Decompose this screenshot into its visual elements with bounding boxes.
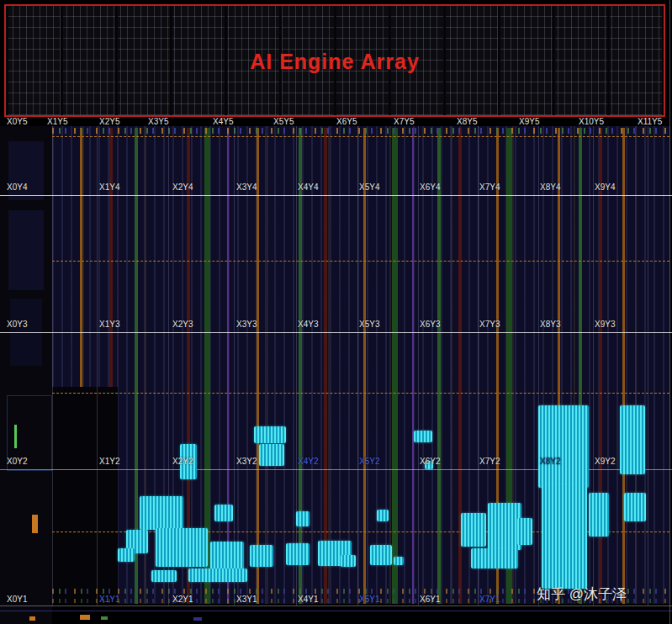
region-label-x2y5: X2Y5 — [99, 117, 119, 126]
region-label-x10y5: X10Y5 — [579, 117, 604, 126]
region-label-x1y5: X1Y5 — [47, 117, 67, 126]
region-label-x7y3: X7Y3 — [479, 320, 500, 329]
device-floorplan-view[interactable]: AI Engine Array X0Y5X1Y5X2Y5X3Y5X4Y5X5Y5… — [0, 0, 672, 624]
region-label-x4y3: X4Y3 — [298, 320, 318, 329]
region-label-x3y1: X3Y1 — [236, 595, 257, 604]
region-label-x8y4: X8Y4 — [540, 182, 560, 192]
region-label-x5y3: X5Y3 — [359, 320, 379, 329]
region-label-x3y5: X3Y5 — [148, 117, 168, 126]
region-label-x8y2: X8Y2 — [540, 457, 560, 466]
region-label-x0y4: X0Y4 — [7, 182, 27, 192]
region-label-x6y4: X6Y4 — [420, 182, 440, 192]
region-label-x2y4: X2Y4 — [172, 182, 193, 192]
region-label-x5y2: X5Y2 — [359, 457, 379, 466]
watermark: 知乎 @沐子泽 — [537, 584, 627, 604]
region-label-x0y3: X0Y3 — [7, 320, 27, 329]
region-label-x1y1: X1Y1 — [99, 595, 119, 604]
region-label-x7y2: X7Y2 — [479, 457, 500, 466]
region-label-x5y4: X5Y4 — [359, 182, 379, 192]
region-label-x8y3: X8Y3 — [540, 320, 560, 329]
region-label-x7y5: X7Y5 — [394, 117, 414, 126]
region-label-x0y1: X0Y1 — [7, 595, 27, 604]
region-label-x3y4: X3Y4 — [236, 182, 257, 192]
region-label-x5y5: X5Y5 — [273, 117, 294, 126]
region-label-x11y5: X11Y5 — [638, 117, 662, 126]
region-label-x9y4: X9Y4 — [595, 182, 615, 192]
region-label-x2y1: X2Y1 — [172, 595, 193, 604]
region-label-x6y1: X6Y1 — [420, 595, 440, 604]
region-label-x0y2: X0Y2 — [7, 457, 27, 466]
region-label-x4y5: X4Y5 — [213, 117, 233, 126]
region-label-x3y2: X3Y2 — [236, 457, 257, 466]
region-label-x1y3: X1Y3 — [99, 320, 119, 329]
clock-region-labels-layer: X0Y5X1Y5X2Y5X3Y5X4Y5X5Y5X6Y5X7Y5X8Y5X9Y5… — [0, 0, 672, 624]
region-label-x5y1: X5Y1 — [359, 595, 379, 604]
region-label-x4y2: X4Y2 — [298, 457, 318, 466]
region-label-x3y3: X3Y3 — [236, 320, 257, 329]
region-label-x0y5: X0Y5 — [7, 117, 27, 126]
region-label-x2y3: X2Y3 — [172, 320, 193, 329]
region-label-x6y3: X6Y3 — [420, 320, 440, 329]
region-label-x8y5: X8Y5 — [457, 117, 477, 126]
region-label-x2y2: X2Y2 — [172, 457, 193, 466]
region-label-x4y4: X4Y4 — [298, 182, 318, 192]
region-label-x6y2: X6Y2 — [420, 457, 440, 466]
region-label-x9y5: X9Y5 — [519, 117, 539, 126]
region-label-x1y4: X1Y4 — [99, 182, 119, 192]
region-label-x4y1: X4Y1 — [298, 595, 318, 604]
region-label-x7y1: X7Y1 — [479, 595, 500, 604]
region-label-x7y4: X7Y4 — [479, 182, 500, 192]
region-label-x9y3: X9Y3 — [595, 320, 615, 329]
region-label-x6y5: X6Y5 — [336, 117, 357, 126]
region-label-x9y2: X9Y2 — [595, 457, 615, 466]
region-label-x1y2: X1Y2 — [99, 457, 119, 466]
